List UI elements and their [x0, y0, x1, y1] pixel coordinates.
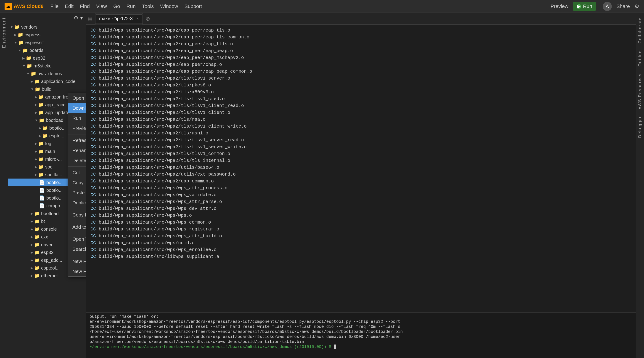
- context-menu-item-new-file[interactable]: New File: [68, 256, 86, 266]
- menu-item-support[interactable]: Support: [184, 4, 202, 9]
- tabs-icon: ▤: [88, 16, 92, 22]
- context-menu-item-label: Preview: [72, 126, 86, 131]
- tree-item[interactable]: ▼📁vendors: [8, 23, 86, 31]
- tab-label: Welcome: [99, 13, 118, 13]
- editor-line: CC build/wpa_supplicant/src/wps/wps.o: [90, 212, 631, 219]
- file-tree-settings-icon[interactable]: ⚙ ▾: [74, 15, 83, 21]
- tree-item[interactable]: ▼📁boards: [8, 47, 86, 54]
- tree-item-label: m5stickc: [34, 63, 52, 69]
- terminal-line: user/environment/workshop/amazon-freerto…: [90, 334, 632, 339]
- tree-item-label: ethernet: [41, 273, 58, 278]
- editor-line: CC build/wpa_supplicant/src/wpa2/tls/tls…: [90, 102, 631, 109]
- tree-item-label: esp32: [33, 56, 46, 61]
- context-menu-item-duplicate[interactable]: Duplicate: [68, 198, 86, 208]
- context-menu-item-download[interactable]: Download: [68, 103, 86, 113]
- editor-line: CC build/wpa_supplicant/src/wpa2/tls/asn…: [90, 130, 631, 137]
- settings-icon[interactable]: ⚙: [634, 3, 640, 10]
- folder-chevron-icon: ▶: [30, 274, 33, 277]
- context-menu-item-label: Open: [72, 95, 84, 101]
- menu-items: FileEditFindViewGoRunToolsWindowSupport: [50, 4, 202, 9]
- context-menu-item-add-to-favorites[interactable]: Add to Favorites: [68, 222, 86, 232]
- menu-item-run[interactable]: Run: [126, 4, 136, 9]
- tree-item[interactable]: ▼📁build: [8, 85, 86, 93]
- file-icon: 📄: [39, 187, 45, 193]
- tree-item-label: bootload: [46, 118, 64, 123]
- tree-item[interactable]: ▼📁aws_demos: [8, 70, 86, 78]
- right-panel-aws-resources[interactable]: AWS Resources: [638, 73, 642, 109]
- tree-item[interactable]: ▼📁m5stickc: [8, 62, 86, 70]
- context-menu-item-refresh[interactable]: Refresh: [68, 135, 86, 145]
- tab-make---"ip-172-3"[interactable]: make - "ip-172-3"×: [95, 15, 143, 23]
- context-menu-item-new-folder[interactable]: New Folder: [68, 266, 86, 276]
- folder-icon: 📁: [38, 172, 44, 177]
- editor-line: CC build/wpa_supplicant/src/wpa2/eap_com…: [90, 178, 631, 185]
- terminal-area[interactable]: output, run 'make flash' or:er/environme…: [86, 312, 636, 358]
- menu-item-go[interactable]: Go: [113, 4, 120, 9]
- menu-item-find[interactable]: Find: [80, 4, 90, 9]
- folder-chevron-icon: ▼: [14, 41, 17, 44]
- context-menu-item-search-in-this-folder[interactable]: Search In This Folder⇧ ⌘ F: [68, 244, 86, 254]
- tree-item-label: vendors: [21, 25, 38, 30]
- tree-item-label: bootlo...: [46, 180, 62, 185]
- menu-item-edit[interactable]: Edit: [65, 4, 74, 9]
- right-panel-collaborate[interactable]: Collaborate: [638, 17, 642, 44]
- editor-line: CC build/wpa_supplicant/src/wpa2/tls/rsa…: [90, 116, 631, 123]
- terminal-line: output, run 'make flash' or:: [90, 314, 632, 319]
- folder-chevron-icon: ▶: [30, 251, 33, 254]
- tree-item-label: log: [45, 141, 52, 146]
- tree-item-label: app_update: [45, 110, 70, 115]
- context-menu-item-run[interactable]: Run: [68, 113, 86, 123]
- terminal-line: 29568143B4 --baud 1500000 --before defau…: [90, 324, 632, 329]
- context-menu-item-label: Run: [72, 115, 81, 121]
- right-panel: Collaborate Outline AWS Resources Debugg…: [636, 13, 644, 358]
- context-menu-item-copy-file-path[interactable]: Copy file path: [68, 210, 86, 220]
- run-button[interactable]: ▶ Run: [573, 2, 596, 11]
- tree-item[interactable]: ▶📁cypress: [8, 31, 86, 39]
- editor-line: CC build/wpa_supplicant/src/wpa2/tls/tls…: [90, 157, 631, 164]
- tree-item-label: cypress: [25, 32, 40, 38]
- share-button[interactable]: Share: [616, 4, 630, 9]
- folder-chevron-icon: ▶: [35, 165, 37, 169]
- context-menu-item-label: Copy file path: [72, 212, 86, 218]
- folder-chevron-icon: ▶: [30, 227, 33, 231]
- tree-item[interactable]: ▶📁application_code: [8, 78, 86, 85]
- context-menu-item-rename[interactable]: Rename: [68, 145, 86, 155]
- folder-chevron-icon: ▶: [35, 103, 37, 107]
- context-menu-item-preview[interactable]: Preview: [68, 123, 86, 133]
- file-icon: 📄: [39, 180, 45, 185]
- tree-item[interactable]: ▶📁esp32: [8, 54, 86, 62]
- avatar[interactable]: A: [603, 2, 612, 11]
- context-menu-item-copy[interactable]: Copy⌘ C: [68, 178, 86, 188]
- editor-line: CC build/wpa_supplicant/src/wpa2/eap_pee…: [90, 48, 631, 54]
- folder-icon: 📁: [34, 250, 40, 255]
- editor-line: CC build/wpa_supplicant/src/wpa2/tls/tls…: [90, 96, 631, 102]
- menu-bar: ☁ AWS Cloud9 FileEditFindViewGoRunToolsW…: [0, 0, 644, 13]
- menu-item-view[interactable]: View: [96, 4, 107, 9]
- menu-item-file[interactable]: File: [50, 4, 58, 9]
- context-menu-item-paste[interactable]: Paste⌘ V: [68, 188, 86, 198]
- menu-item-window[interactable]: Window: [160, 4, 178, 9]
- preview-button[interactable]: Preview: [550, 4, 568, 9]
- tree-item[interactable]: ▼📁espressif: [8, 39, 86, 47]
- editor-line: CC build/wpa_supplicant/src/wpa2/tls/tls…: [90, 123, 631, 130]
- context-menu-item-cut[interactable]: Cut⌘ X: [68, 168, 86, 178]
- folder-chevron-icon: ▶: [39, 134, 41, 138]
- menu-item-tools[interactable]: Tools: [142, 4, 154, 9]
- context-menu-item-open-terminal-here[interactable]: Open Terminal Here⌘ ⌥ L: [68, 234, 86, 244]
- editor-line: CC build/wpa_supplicant/src/wps/wps_vali…: [90, 192, 631, 198]
- tab-welcome[interactable]: Welcome×: [95, 13, 143, 15]
- folder-icon: 📁: [34, 79, 40, 84]
- add-tab-button[interactable]: ⊕: [144, 15, 152, 23]
- editor-area: ▤ Welcome×make - "ip-172-3"×aws_clientcr…: [86, 13, 636, 358]
- editor-content[interactable]: CC build/wpa_supplicant/src/wpa2/eap_pee…: [86, 25, 636, 312]
- right-panel-outline[interactable]: Outline: [638, 50, 642, 67]
- context-menu-item-label: Paste: [72, 190, 85, 195]
- context-menu-item-delete[interactable]: Delete: [68, 155, 86, 166]
- editor-line: CC build/wpa_supplicant/src/wpa2/eap_pee…: [90, 68, 631, 75]
- context-menu-item-open[interactable]: Open: [68, 93, 86, 103]
- tree-item-label: espressif: [25, 40, 44, 45]
- folder-icon: 📁: [34, 234, 40, 240]
- context-menu-item-label: Cut: [72, 170, 80, 175]
- right-panel-debugger[interactable]: Debugger: [638, 116, 642, 138]
- tab-close-icon[interactable]: ×: [136, 17, 138, 21]
